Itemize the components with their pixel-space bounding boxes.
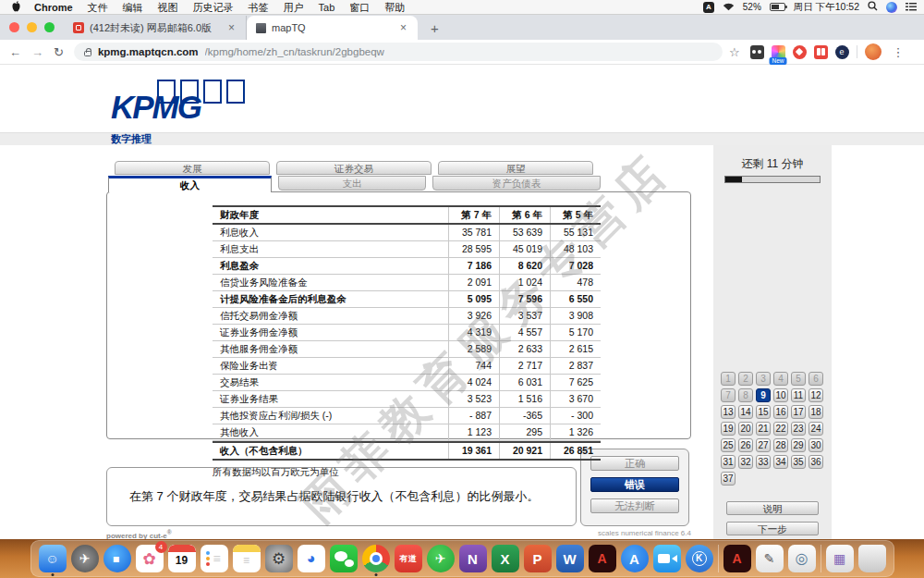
calendar-icon[interactable]: 19: [168, 545, 196, 572]
menu-item[interactable]: 书签: [241, 2, 276, 13]
question-number[interactable]: 9: [756, 388, 771, 402]
question-number[interactable]: 15: [756, 405, 771, 419]
browser-tab-maptq[interactable]: mapTQ ×: [247, 16, 418, 40]
chrome-icon[interactable]: [362, 545, 390, 572]
question-number[interactable]: 31: [721, 455, 736, 469]
facetime-icon[interactable]: [653, 545, 681, 572]
question-number[interactable]: 36: [808, 455, 823, 469]
preview-icon[interactable]: ◎: [788, 545, 816, 572]
menu-item[interactable]: 历史记录: [186, 2, 241, 13]
question-number[interactable]: 25: [721, 438, 736, 452]
spotlight-search-icon[interactable]: [868, 1, 878, 13]
https-lock-icon[interactable]: [84, 51, 91, 56]
browser-menu-icon[interactable]: ⋮: [889, 45, 908, 59]
back-icon[interactable]: ←: [9, 46, 21, 58]
safari-icon[interactable]: ◆: [103, 545, 131, 572]
question-number[interactable]: 18: [808, 405, 823, 419]
question-number[interactable]: 22: [773, 422, 788, 436]
question-number[interactable]: 26: [738, 438, 753, 452]
question-number[interactable]: 2: [738, 372, 753, 386]
category-tab[interactable]: 发展: [115, 161, 270, 175]
siri-icon[interactable]: [886, 2, 897, 13]
dock-separator[interactable]: [821, 545, 821, 572]
textedit-icon[interactable]: ✎: [756, 545, 784, 572]
notification-center-icon[interactable]: [906, 2, 917, 13]
adblock-extension-icon[interactable]: [793, 45, 807, 59]
next-step-button[interactable]: 下一步: [726, 522, 819, 535]
question-number[interactable]: 20: [738, 422, 753, 436]
question-number[interactable]: 27: [756, 438, 771, 452]
question-number[interactable]: 5: [791, 372, 806, 386]
question-number[interactable]: 17: [791, 405, 806, 419]
window-zoom-button[interactable]: [44, 22, 55, 32]
address-bar[interactable]: kpmg.maptqcn.com /kpmg/home/zh_cn/taskru…: [74, 43, 723, 61]
question-number[interactable]: 35: [791, 455, 806, 469]
photos-icon[interactable]: ✿4: [136, 545, 164, 572]
wechat-icon[interactable]: [330, 545, 358, 572]
sheet-tab[interactable]: 支出: [278, 176, 426, 191]
goggles-extension-icon[interactable]: [750, 45, 764, 59]
question-number[interactable]: 11: [791, 388, 806, 402]
question-number[interactable]: 21: [756, 422, 771, 436]
system-preferences-icon[interactable]: ⚙: [265, 545, 293, 572]
apple-logo-icon[interactable]: [11, 1, 21, 13]
menu-item[interactable]: Chrome: [27, 2, 80, 13]
e-extension-icon[interactable]: [835, 45, 849, 59]
menu-item[interactable]: 文件: [80, 2, 116, 13]
menu-item[interactable]: Tab: [311, 2, 343, 13]
launchpad-icon[interactable]: ✈: [71, 545, 99, 572]
dock-separator[interactable]: [718, 545, 719, 572]
question-number[interactable]: 28: [773, 438, 788, 452]
question-number[interactable]: 8: [738, 388, 753, 402]
menu-item[interactable]: 用户: [276, 2, 311, 13]
onenote-icon[interactable]: N: [459, 545, 487, 572]
input-method-icon[interactable]: A: [703, 2, 714, 13]
menu-item[interactable]: 编辑: [116, 2, 151, 13]
k-app-icon[interactable]: K: [686, 545, 713, 572]
question-number[interactable]: 7: [721, 388, 736, 402]
question-number[interactable]: 12: [808, 388, 823, 402]
question-number[interactable]: 10: [773, 388, 788, 402]
finder-icon[interactable]: ☺: [39, 545, 67, 572]
sheet-tab[interactable]: 资产负债表: [432, 176, 601, 191]
question-number[interactable]: 29: [791, 438, 806, 452]
mail-master-icon[interactable]: ✈: [427, 545, 455, 572]
question-number[interactable]: 32: [738, 455, 753, 469]
menubar-clock[interactable]: 周日 下午10:52: [794, 1, 859, 14]
powerpoint-icon[interactable]: P: [524, 545, 552, 572]
red-book-extension-icon[interactable]: [814, 45, 828, 59]
instructions-button[interactable]: 说明: [726, 501, 819, 515]
category-tab[interactable]: 证券交易: [276, 161, 432, 175]
question-number[interactable]: 4: [773, 372, 788, 386]
sheet-tab[interactable]: 收入: [108, 176, 272, 192]
colorful-extension-icon[interactable]: New: [772, 45, 785, 59]
question-number[interactable]: 24: [808, 422, 823, 436]
screenshot-file-icon[interactable]: ▦: [826, 545, 854, 572]
question-number[interactable]: 30: [808, 438, 823, 452]
question-number[interactable]: 23: [791, 422, 806, 436]
question-number[interactable]: 33: [756, 455, 771, 469]
question-number[interactable]: 13: [721, 405, 736, 419]
bookmark-star-icon[interactable]: ☆: [729, 45, 740, 59]
reload-icon[interactable]: ↻: [54, 46, 64, 58]
question-number[interactable]: 37: [721, 472, 736, 486]
menu-item[interactable]: 帮助: [377, 2, 412, 13]
tab-close-icon[interactable]: ×: [398, 21, 408, 34]
baidu-netdisk-icon[interactable]: ◕: [298, 545, 325, 572]
window-minimize-button[interactable]: [27, 22, 37, 32]
excel-icon[interactable]: X: [492, 545, 519, 572]
menu-item[interactable]: 视图: [151, 2, 186, 13]
question-number[interactable]: 1: [721, 372, 736, 386]
profile-avatar[interactable]: [865, 43, 881, 60]
question-number[interactable]: 34: [773, 455, 788, 469]
question-number[interactable]: 14: [738, 405, 753, 419]
menu-item[interactable]: 窗口: [342, 2, 377, 13]
wifi-icon[interactable]: [723, 2, 735, 13]
forward-icon[interactable]: →: [31, 46, 43, 58]
youdao-icon[interactable]: 有道: [395, 545, 422, 572]
question-number[interactable]: 6: [808, 372, 823, 386]
answer-button[interactable]: 错误: [590, 477, 679, 492]
new-tab-button[interactable]: +: [418, 20, 452, 40]
trash-icon[interactable]: [858, 545, 886, 572]
question-number[interactable]: 19: [721, 422, 736, 436]
